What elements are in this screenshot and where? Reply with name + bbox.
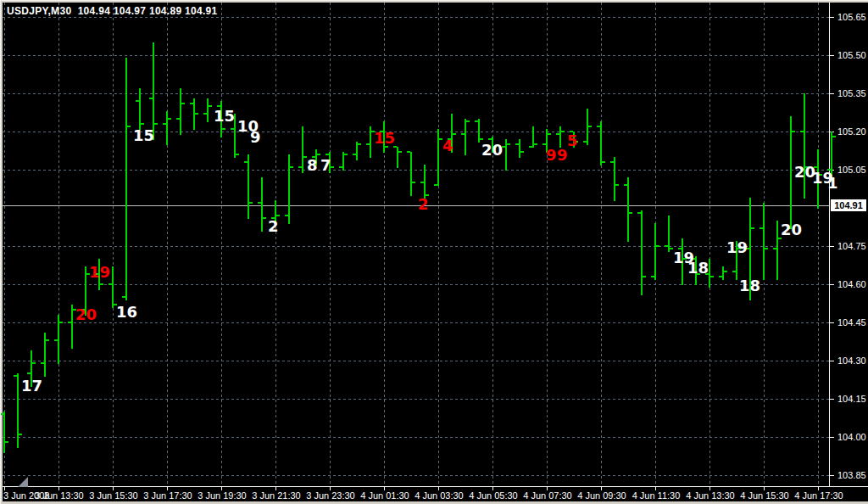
vertical-gridline: [58, 3, 59, 486]
ohlc-bar: [641, 210, 643, 295]
ohlc-bar: [804, 93, 805, 199]
vertical-gridline: [384, 3, 385, 486]
ohlc-bar: [248, 154, 249, 219]
ohlc-open-tick: [637, 212, 641, 214]
horizontal-gridline: [3, 55, 829, 56]
horizontal-gridline: [3, 399, 829, 400]
vertical-gridline: [167, 3, 168, 486]
chart-shift-triangle-icon[interactable]: [18, 477, 28, 487]
price-axis-tick: [830, 246, 834, 247]
ohlc-open-tick: [353, 154, 356, 155]
ohlc-close-tick: [46, 339, 49, 341]
ohlc-close-tick: [181, 103, 185, 104]
vertical-gridline: [221, 3, 222, 486]
bar-number-annotation: 17: [21, 378, 42, 395]
ohlc-open-tick: [732, 271, 736, 272]
ohlc-close-tick: [100, 283, 103, 285]
ohlc-bar: [790, 116, 792, 229]
ohlc-bar: [559, 126, 561, 148]
ohlc-open-tick: [298, 166, 302, 168]
ohlc-open-tick: [231, 128, 234, 130]
ohlc-open-tick: [665, 245, 668, 247]
ohlc-open-tick: [475, 120, 478, 122]
ohlc-bar: [763, 203, 765, 280]
ohlc-close-tick: [792, 131, 795, 132]
vertical-gridline: [275, 3, 276, 486]
price-axis[interactable]: 105.65105.50105.35105.20105.05104.75104.…: [829, 3, 868, 486]
bar-number-annotation: 7: [320, 157, 331, 174]
ohlc-open-tick: [760, 227, 763, 229]
ohlc-close-tick: [832, 136, 836, 137]
price-axis-tick: [830, 399, 834, 400]
time-axis[interactable]: 3 Jun 20083 Jun 13:303 Jun 15:303 Jun 17…: [3, 486, 868, 501]
time-axis-label: 4 Jun 13:30: [683, 490, 737, 501]
chart-title: USDJPY,M30 104.94 104.97 104.89 104.91: [7, 5, 218, 17]
ohlc-close-tick: [209, 105, 212, 107]
ohlc-bar: [776, 221, 778, 280]
ohlc-open-tick: [108, 283, 112, 285]
ohlc-open-tick: [651, 276, 654, 277]
ohlc-close-tick: [656, 245, 659, 247]
bar-number-annotation: 19: [89, 264, 110, 281]
ohlc-close-tick: [561, 131, 565, 132]
ohlc-open-tick: [122, 296, 125, 298]
ohlc-bar: [261, 177, 263, 232]
price-axis-tick: [830, 284, 834, 285]
horizontal-gridline: [3, 322, 829, 323]
ohlc-bar: [153, 42, 154, 140]
price-axis-tick: [830, 17, 834, 18]
vertical-gridline: [601, 3, 602, 486]
price-axis-label: 105.65: [837, 12, 868, 22]
bid-price-label: 104.91: [831, 199, 866, 211]
ohlc-close-tick: [724, 271, 727, 272]
ohlc-open-tick: [800, 131, 804, 132]
price-axis-label: 104.15: [837, 394, 868, 404]
bar-number-annotation: 5: [567, 132, 578, 149]
vertical-gridline: [113, 3, 114, 486]
bar-number-annotation: 9: [557, 147, 568, 164]
bar-number-annotation: 8: [307, 157, 318, 174]
time-axis-label: 3 Jun 23:30: [303, 490, 358, 501]
bar-number-annotation: 20: [75, 306, 97, 323]
chart-area[interactable]: USDJPY,M30 104.94 104.97 104.89 104.91 1…: [3, 3, 829, 486]
ohlc-close-tick: [520, 151, 524, 153]
vertical-gridline: [438, 3, 439, 486]
ohlc-bar: [166, 111, 168, 145]
ohlc-bar: [207, 98, 209, 122]
ohlc-close-tick: [643, 276, 646, 277]
ohlc-open-tick: [610, 161, 614, 163]
ohlc-bar: [125, 58, 127, 300]
ohlc-close-tick: [141, 123, 144, 125]
time-axis-label: 3 Jun 13:30: [32, 490, 86, 501]
price-axis-label: 105.05: [837, 165, 868, 175]
ohlc-bar: [288, 154, 290, 224]
ohlc-close-tick: [534, 143, 537, 145]
time-axis-label: 4 Jun 17:30: [792, 490, 846, 501]
price-axis-tick: [830, 475, 834, 476]
bar-number-annotation: 9: [546, 147, 557, 164]
ohlc-close-tick: [222, 128, 225, 130]
ohlc-close-tick: [5, 441, 8, 443]
ohlc-open-tick: [719, 276, 722, 277]
time-axis-label: 4 Jun 11:30: [629, 490, 683, 501]
ohlc-open-tick: [41, 362, 44, 364]
ohlc-open-tick: [407, 151, 410, 153]
ohlc-open-tick: [285, 215, 288, 216]
horizontal-gridline: [3, 361, 829, 361]
ohlc-close-tick: [331, 166, 334, 168]
price-axis-label: 104.75: [837, 241, 868, 251]
ohlc-bar: [410, 152, 412, 196]
horizontal-gridline: [3, 475, 829, 476]
ohlc-bar: [519, 139, 520, 158]
ohlc-open-tick: [244, 161, 248, 163]
ohlc-open-tick: [624, 184, 627, 186]
price-axis-tick: [830, 322, 834, 323]
bar-number-annotation: 15: [374, 130, 395, 147]
ohlc-open-tick: [326, 154, 329, 155]
ohlc-close-tick: [629, 212, 632, 214]
ohlc-close-tick: [480, 138, 483, 140]
ohlc-close-tick: [59, 322, 63, 323]
ohlc-close-tick: [588, 126, 592, 127]
price-axis-label: 105.50: [837, 50, 868, 60]
ohlc-open-tick: [149, 98, 153, 99]
